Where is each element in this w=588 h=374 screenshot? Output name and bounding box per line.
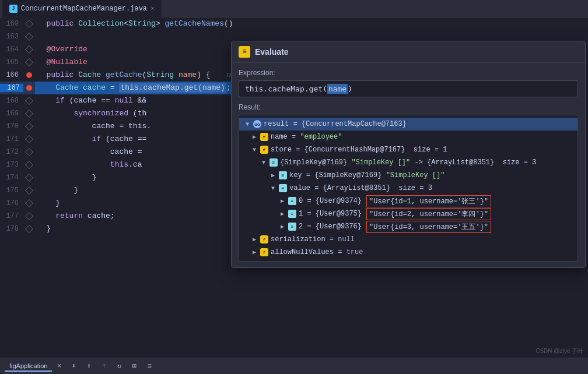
tree-toggle[interactable]: ▶ (279, 197, 286, 204)
evaluate-header: ≡ Evaluate (232, 41, 585, 63)
tree-toggle[interactable]: ▶ (251, 133, 258, 140)
tree-item-text: store = {ConcurrentHashMap@7167} size = … (271, 146, 447, 154)
line-number: 166 (0, 71, 23, 79)
code-line: 160 public Collection<String> getCacheNa… (0, 17, 233, 30)
line-gutter (23, 124, 35, 129)
line-number: 174 (0, 174, 23, 182)
line-gutter (23, 136, 35, 142)
tree-toggle[interactable]: ▼ (270, 185, 276, 192)
code-line: 171 if (cache == (0, 133, 233, 146)
tree-item-text: 0 = {User@9374} (299, 197, 362, 205)
action-btn-3[interactable]: ↑ (99, 361, 109, 372)
tree-toggle[interactable]: ▼ (244, 121, 251, 128)
tree-item-simplekey[interactable]: ▼ ≡ {SimpleKey@7169} "SimpleKey []" -> {… (239, 156, 578, 169)
code-line: 165 @Nullable (0, 56, 233, 69)
line-number: 167 (0, 84, 23, 92)
tree-toggle[interactable]: ▶ (251, 236, 258, 243)
bottom-tab-figapplication[interactable]: figApplication (5, 361, 52, 372)
fold-arrow[interactable] (25, 33, 33, 41)
tab-close-button[interactable]: × (150, 5, 155, 12)
tab-bar: J ConcurrentMapCacheManager.java × (0, 0, 588, 17)
fold-arrow[interactable] (25, 45, 33, 54)
line-content: } (35, 197, 233, 210)
tree-item-user2[interactable]: ▶ ≡ 2 = {User@9376} "User{id=3, username… (239, 220, 578, 233)
code-line: 168 if (cache == null && (0, 94, 233, 107)
tree-toggle[interactable]: ▶ (279, 223, 286, 230)
tree-toggle[interactable]: ▶ (270, 172, 276, 179)
fold-arrow[interactable] (25, 199, 33, 207)
tree-toggle[interactable]: ▶ (251, 249, 258, 256)
fold-arrow[interactable] (25, 58, 33, 66)
debug-indicator (26, 85, 32, 91)
action-btn-4[interactable]: ↻ (114, 361, 124, 372)
line-number: 171 (0, 135, 23, 143)
line-gutter (23, 111, 35, 117)
fold-arrow[interactable] (25, 110, 33, 118)
tree-arr-icon: ≡ (288, 223, 296, 231)
tree-item-result[interactable]: ▼ oo result = {ConcurrentMapCache@7163} (239, 118, 578, 130)
tree-item-serialization[interactable]: ▶ f serialization = null (239, 233, 578, 246)
tree-item-key[interactable]: ▶ ≡ key = {SimpleKey@7169} "SimpleKey []… (239, 169, 578, 182)
breakpoint-indicator (26, 72, 32, 78)
line-content: return cache; (35, 210, 233, 223)
tree-item-allownull[interactable]: ▶ f allowNullValues = true (239, 246, 578, 259)
tree-item-name[interactable]: ▶ f name = "employee" (239, 130, 578, 143)
line-content: cache = (35, 146, 233, 158)
fold-arrow[interactable] (25, 225, 33, 233)
evaluate-icon-label: ≡ (242, 48, 246, 56)
line-gutter (23, 226, 35, 232)
tree-item-user1[interactable]: ▶ ≡ 1 = {User@9375} "User{id=2, username… (239, 207, 578, 220)
tree-arr-icon: ≡ (279, 171, 287, 179)
line-number: 163 (0, 33, 23, 41)
tree-item-value[interactable]: ▼ ≡ value = {ArrayList@8351} size = 3 (239, 182, 578, 195)
action-btn-5[interactable]: ⊞ (129, 361, 139, 372)
tree-toggle[interactable]: ▼ (251, 146, 258, 153)
tab-filename: ConcurrentMapCacheManager.java (21, 5, 147, 13)
action-btn-6[interactable]: ≡ (144, 361, 155, 372)
fold-arrow[interactable] (25, 20, 33, 28)
tree-field-icon: f (260, 235, 268, 244)
code-line: 166 public Cache getCache(String name) {… (0, 69, 233, 82)
tree-toggle[interactable]: ▼ (260, 159, 267, 166)
fold-arrow[interactable] (25, 122, 33, 130)
tree-item-text: allowNullValues = true (271, 248, 363, 256)
tree-item-text: 1 = {User@9375} (299, 210, 362, 218)
fold-arrow[interactable] (25, 186, 33, 195)
line-content: synchronized (th (35, 107, 233, 120)
action-btn-2[interactable]: ⬆ (83, 361, 94, 372)
fold-arrow[interactable] (25, 212, 33, 220)
action-btn-1[interactable]: ⬇ (68, 361, 79, 372)
line-number: 173 (0, 161, 23, 169)
line-number: 169 (0, 110, 23, 118)
code-line: 172 cache = (0, 146, 233, 158)
line-gutter (23, 21, 35, 27)
expr-cursor-word: name (327, 84, 348, 94)
tree-item-user0[interactable]: ▶ ≡ 0 = {User@9374} "User{id=1, username… (239, 195, 578, 207)
line-gutter (23, 98, 35, 104)
fold-arrow[interactable] (25, 148, 33, 156)
evaluate-body: Expression: this.cacheMap.get(name) Resu… (232, 63, 585, 267)
line-gutter (23, 85, 35, 91)
line-content: } (35, 171, 233, 184)
line-content: Cache cache = this.cacheMap.get(name); n… (35, 82, 233, 94)
tree-item-text: value = {ArrayList@8351} size = 3 (289, 184, 432, 192)
tree-field-icon: f (260, 133, 268, 141)
line-content: @Override (35, 43, 233, 56)
bottom-tab-close[interactable]: × (57, 362, 61, 371)
fold-arrow[interactable] (25, 174, 33, 182)
tree-toggle[interactable]: ▶ (279, 210, 286, 217)
line-content: public Cache getCache(String name) { nam… (35, 69, 233, 82)
evaluate-icon: ≡ (239, 46, 250, 58)
fold-arrow[interactable] (25, 97, 33, 105)
code-lines: 160 public Collection<String> getCacheNa… (0, 17, 233, 235)
line-number: 170 (0, 122, 23, 130)
result-tree[interactable]: ▼ oo result = {ConcurrentMapCache@7163} … (239, 115, 578, 262)
line-content: cache = this. (35, 120, 233, 133)
tree-field-icon: f (260, 146, 268, 154)
line-number: 160 (0, 20, 23, 28)
tree-item-store[interactable]: ▼ f store = {ConcurrentHashMap@7167} siz… (239, 143, 578, 156)
fold-arrow[interactable] (25, 135, 33, 143)
fold-arrow[interactable] (25, 161, 33, 169)
code-line: 178 } (0, 223, 233, 235)
file-tab[interactable]: J ConcurrentMapCacheManager.java × (2, 0, 162, 17)
